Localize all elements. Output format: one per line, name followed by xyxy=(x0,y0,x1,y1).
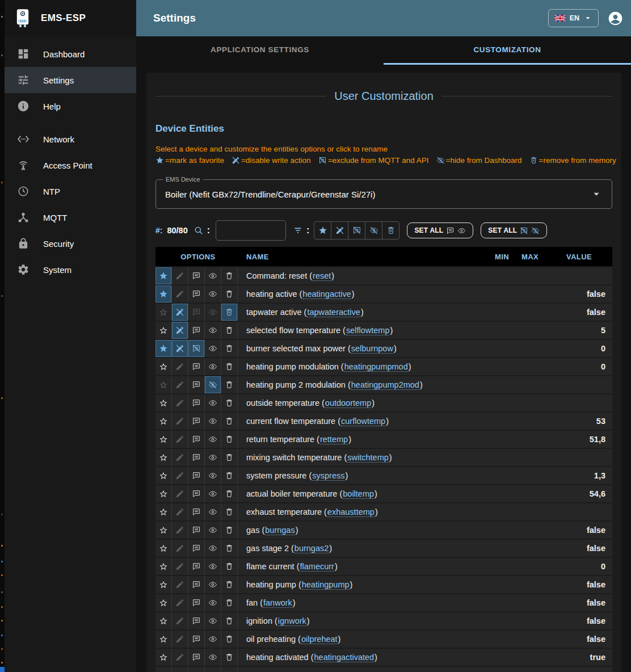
dashboard-hide-toggle[interactable] xyxy=(205,285,221,303)
entity-id-link[interactable]: heatingactive xyxy=(302,289,351,299)
remove-memory-toggle[interactable] xyxy=(221,522,238,539)
entity-name[interactable] xyxy=(241,667,483,672)
entity-id-link[interactable]: curflowtemp xyxy=(341,417,385,426)
entity-name[interactable]: fan (fanwork) xyxy=(241,594,483,611)
favorite-toggle[interactable] xyxy=(155,431,172,448)
sidebar-item-system[interactable]: System xyxy=(5,257,136,283)
favorite-toggle[interactable] xyxy=(155,649,172,666)
mqtt-exclude-toggle[interactable] xyxy=(188,467,205,484)
dashboard-hide-toggle[interactable] xyxy=(205,522,221,539)
account-icon[interactable] xyxy=(608,11,623,26)
entity-name[interactable]: selected flow temperature (selflowtemp) xyxy=(241,322,483,339)
entity-id-link[interactable]: ignwork xyxy=(278,616,306,626)
set-all-show-button[interactable]: SET ALL xyxy=(407,222,473,238)
favorite-toggle[interactable] xyxy=(155,413,172,430)
remove-memory-toggle[interactable] xyxy=(221,267,238,284)
favorite-toggle[interactable] xyxy=(155,612,172,629)
remove-memory-toggle[interactable] xyxy=(221,612,238,629)
dashboard-hide-toggle[interactable] xyxy=(205,576,221,593)
entity-search-input[interactable] xyxy=(216,220,286,241)
mqtt-exclude-toggle[interactable] xyxy=(188,612,205,629)
filter-edit-off-button[interactable] xyxy=(331,222,348,239)
entity-id-link[interactable]: flamecurr xyxy=(300,562,334,572)
write-action-toggle[interactable] xyxy=(172,413,188,430)
dashboard-hide-toggle[interactable] xyxy=(205,358,221,375)
entity-name[interactable]: burner selected max power (selburnpow) xyxy=(241,340,483,357)
sidebar-item-network[interactable]: Network xyxy=(5,126,136,152)
mqtt-exclude-toggle[interactable] xyxy=(188,449,205,466)
mqtt-exclude-toggle[interactable] xyxy=(188,631,205,648)
favorite-toggle[interactable] xyxy=(155,594,172,611)
tab-customization[interactable]: CUSTOMIZATION xyxy=(384,36,631,65)
write-action-toggle[interactable] xyxy=(172,667,188,672)
entity-id-link[interactable]: selflowtemp xyxy=(346,326,390,335)
write-action-toggle[interactable] xyxy=(172,503,188,520)
dashboard-hide-toggle[interactable] xyxy=(205,431,221,448)
entity-id-link[interactable]: heatingactivated xyxy=(314,653,375,662)
remove-memory-toggle[interactable] xyxy=(221,394,238,411)
dashboard-hide-toggle[interactable] xyxy=(205,667,221,672)
favorite-toggle[interactable] xyxy=(155,394,172,411)
remove-memory-toggle[interactable] xyxy=(221,631,238,648)
write-action-toggle[interactable] xyxy=(172,522,188,539)
favorite-toggle[interactable] xyxy=(155,558,172,575)
ems-device-select[interactable]: EMS Device Boiler (Nefit GBx72/Trendline… xyxy=(155,179,612,209)
write-action-toggle[interactable] xyxy=(172,394,188,411)
dashboard-hide-toggle[interactable] xyxy=(205,394,221,411)
mqtt-exclude-toggle[interactable] xyxy=(188,413,205,430)
favorite-toggle[interactable] xyxy=(155,304,172,321)
favorite-toggle[interactable] xyxy=(155,667,172,672)
entity-name[interactable]: exhaust temperature (exhausttemp) xyxy=(241,503,483,520)
dashboard-hide-toggle[interactable] xyxy=(205,612,221,629)
entity-id-link[interactable]: heatingpump xyxy=(302,580,350,590)
favorite-toggle[interactable] xyxy=(155,267,172,284)
sidebar-item-security[interactable]: Security xyxy=(5,230,136,257)
sidebar-item-mqtt[interactable]: MQTT xyxy=(5,204,136,230)
dashboard-hide-toggle[interactable] xyxy=(205,558,221,575)
tab-application-settings[interactable]: APPLICATION SETTINGS xyxy=(136,36,384,65)
entity-id-link[interactable]: boiltemp xyxy=(343,489,374,499)
favorite-toggle[interactable] xyxy=(155,576,172,593)
remove-memory-toggle[interactable] xyxy=(221,649,238,666)
favorite-toggle[interactable] xyxy=(155,522,172,539)
entity-name[interactable]: tapwater active (tapwateractive) xyxy=(241,304,483,321)
write-action-toggle[interactable] xyxy=(172,304,188,321)
favorite-toggle[interactable] xyxy=(155,540,172,557)
remove-memory-toggle[interactable] xyxy=(221,485,238,502)
entity-name[interactable]: heating pump (heatingpump) xyxy=(241,576,483,593)
favorite-toggle[interactable] xyxy=(155,358,172,375)
write-action-toggle[interactable] xyxy=(172,612,188,629)
mqtt-exclude-toggle[interactable] xyxy=(188,522,205,539)
write-action-toggle[interactable] xyxy=(172,649,188,666)
language-selector[interactable]: EN xyxy=(548,9,599,27)
remove-memory-toggle[interactable] xyxy=(221,322,238,339)
dashboard-hide-toggle[interactable] xyxy=(205,267,221,284)
entity-name[interactable]: heating activated (heatingactivated) xyxy=(241,649,483,666)
entity-id-link[interactable]: syspress xyxy=(312,471,344,481)
remove-memory-toggle[interactable] xyxy=(221,376,238,393)
remove-memory-toggle[interactable] xyxy=(221,304,238,321)
entity-name[interactable]: heating pump modulation (heatingpumpmod) xyxy=(241,358,483,375)
write-action-toggle[interactable] xyxy=(172,485,188,502)
sidebar-item-settings[interactable]: Settings xyxy=(5,67,136,93)
mqtt-exclude-toggle[interactable] xyxy=(188,667,205,672)
favorite-toggle[interactable] xyxy=(155,485,172,502)
mqtt-exclude-toggle[interactable] xyxy=(188,267,205,284)
favorite-toggle[interactable] xyxy=(155,340,172,357)
entity-id-link[interactable]: heatingpump2mod xyxy=(351,380,419,390)
filter-delete-forever-button[interactable] xyxy=(382,222,399,239)
entity-name[interactable]: gas (burngas) xyxy=(241,522,483,539)
entity-id-link[interactable]: rettemp xyxy=(320,435,348,444)
entity-id-link[interactable]: reset xyxy=(313,271,331,281)
remove-memory-toggle[interactable] xyxy=(221,431,238,448)
remove-memory-toggle[interactable] xyxy=(221,576,238,593)
mqtt-exclude-toggle[interactable] xyxy=(188,485,205,502)
write-action-toggle[interactable] xyxy=(172,558,188,575)
entity-id-link[interactable]: heatingpumpmod xyxy=(344,362,408,372)
remove-memory-toggle[interactable] xyxy=(221,413,238,430)
mqtt-exclude-toggle[interactable] xyxy=(188,285,205,303)
filter-comment-off-button[interactable] xyxy=(348,222,365,239)
entity-id-link[interactable]: burngas xyxy=(265,526,295,535)
entity-name[interactable]: outside temperature (outdoortemp) xyxy=(241,394,483,411)
dashboard-hide-toggle[interactable] xyxy=(205,304,221,321)
